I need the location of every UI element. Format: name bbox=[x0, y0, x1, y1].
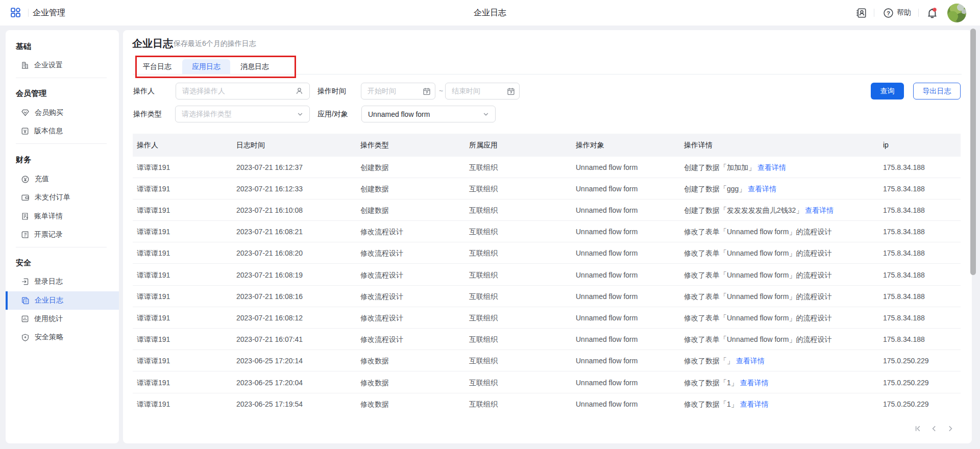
svg-text:?: ? bbox=[887, 10, 890, 16]
